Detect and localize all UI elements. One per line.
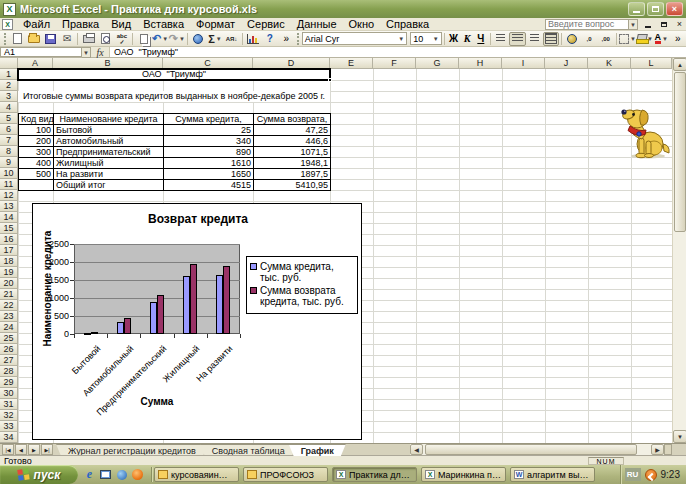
- chart-wizard-button[interactable]: [245, 32, 262, 46]
- borders-button[interactable]: ▼: [619, 32, 636, 46]
- row-header-8[interactable]: 8: [0, 146, 18, 157]
- undo-dropdown-icon[interactable]: ▼: [162, 36, 168, 42]
- menu-Данные[interactable]: Данные: [291, 18, 343, 31]
- decrease-decimal-button[interactable]: ,00: [597, 32, 614, 46]
- web-button[interactable]: [190, 32, 207, 46]
- column-header-L[interactable]: L: [631, 58, 672, 69]
- office-assistant-dog[interactable]: [620, 103, 672, 159]
- align-center-button[interactable]: [509, 32, 526, 46]
- table-cell[interactable]: 100: [19, 125, 54, 136]
- table-cell[interactable]: 446,6: [254, 136, 331, 147]
- row-header-5[interactable]: 5: [0, 113, 18, 124]
- horizontal-scroll-thumb[interactable]: [425, 444, 637, 455]
- column-header-B[interactable]: B: [53, 58, 163, 69]
- taskbar-window-Маринкина прак...[interactable]: XМаринкина прак...: [421, 467, 506, 482]
- table-cell[interactable]: 1897,5: [254, 169, 331, 180]
- row-header-14[interactable]: 14: [0, 212, 18, 223]
- row-header-22[interactable]: 22: [0, 300, 18, 311]
- table-cell[interactable]: 500: [19, 169, 54, 180]
- italic-button[interactable]: К: [460, 33, 474, 44]
- table-cell[interactable]: 1610: [164, 158, 254, 169]
- start-button[interactable]: пуск: [0, 465, 78, 484]
- table-header-cell[interactable]: Сумма возврата,: [254, 114, 331, 125]
- row-header-28[interactable]: 28: [0, 366, 18, 377]
- table-cell[interactable]: [19, 180, 54, 191]
- table-cell[interactable]: Жилищный: [54, 158, 164, 169]
- row-header-15[interactable]: 15: [0, 223, 18, 234]
- horizontal-scrollbar[interactable]: ◀ ▶: [410, 444, 672, 455]
- row-header-30[interactable]: 30: [0, 388, 18, 399]
- chart-legend[interactable]: Сумма кредита, тыс. руб.Сумма возврата к…: [246, 256, 358, 314]
- table-cell[interactable]: 340: [164, 136, 254, 147]
- row-header-23[interactable]: 23: [0, 311, 18, 322]
- save-button[interactable]: [42, 32, 59, 46]
- media-player-icon[interactable]: [131, 468, 144, 481]
- column-header-E[interactable]: E: [330, 58, 373, 69]
- language-indicator[interactable]: RU: [625, 468, 641, 481]
- font-name-select[interactable]: Arial Cyr ▼: [302, 32, 408, 45]
- menu-Вставка[interactable]: Вставка: [137, 18, 190, 31]
- table-cell[interactable]: 300: [19, 147, 54, 158]
- currency-style-button[interactable]: [564, 32, 581, 46]
- undo-button[interactable]: ↶▼: [152, 32, 169, 46]
- table-cell[interactable]: 1071,5: [254, 147, 331, 158]
- spreadsheet-grid[interactable]: ABCDEFGHIJKL 123456789101112131415161718…: [0, 58, 672, 443]
- toolbar-options-button[interactable]: »: [278, 32, 295, 46]
- row-header-10[interactable]: 10: [0, 168, 18, 179]
- table-cell[interactable]: На развити: [54, 169, 164, 180]
- taskbar-window-алгаритм выполн...[interactable]: Wалгаритм выполн...: [510, 467, 595, 482]
- column-header-K[interactable]: K: [588, 58, 631, 69]
- workbook-restore-button[interactable]: [657, 19, 670, 30]
- table-cell[interactable]: 5410,95: [254, 180, 331, 191]
- row-header-9[interactable]: 9: [0, 157, 18, 168]
- formatting-options-button[interactable]: »: [670, 32, 686, 46]
- cell-subtitle[interactable]: Итоговые суммы возврата кредитов выданны…: [18, 91, 330, 102]
- scroll-left-button[interactable]: ◀: [410, 444, 423, 455]
- copy-button[interactable]: [135, 32, 152, 46]
- row-header-4[interactable]: 4: [0, 102, 18, 113]
- table-cell[interactable]: Предпринимательский: [54, 147, 164, 158]
- ask-question-input[interactable]: [545, 19, 629, 30]
- taskbar-window-курсоваяинформ...[interactable]: курсоваяинформ...: [154, 467, 239, 482]
- name-box-dropdown-icon[interactable]: ▼: [82, 47, 91, 58]
- tab-split-handle[interactable]: [664, 444, 672, 455]
- restore-button[interactable]: [647, 2, 664, 16]
- table-header-cell[interactable]: Наименование кредита: [54, 114, 164, 125]
- minimize-button[interactable]: [628, 2, 645, 16]
- row-header-11[interactable]: 11: [0, 179, 18, 190]
- spelling-button[interactable]: abc✓: [114, 32, 131, 46]
- select-all-corner[interactable]: [0, 58, 18, 69]
- autosum-button[interactable]: Σ▼: [207, 32, 224, 46]
- font-name-dropdown-icon[interactable]: ▼: [398, 36, 404, 42]
- sheet-tab-График[interactable]: График: [289, 444, 346, 456]
- row-header-7[interactable]: 7: [0, 135, 18, 146]
- font-color-button[interactable]: А▼: [653, 32, 670, 46]
- increase-decimal-button[interactable]: ,0: [581, 32, 598, 46]
- toolbar-grip[interactable]: [4, 33, 7, 45]
- row-header-13[interactable]: 13: [0, 201, 18, 212]
- autosum-dropdown-icon[interactable]: ▼: [216, 36, 222, 42]
- first-sheet-button[interactable]: |◀: [2, 444, 14, 455]
- table-cell[interactable]: Общий итог: [54, 180, 164, 191]
- help-button[interactable]: ?: [261, 32, 278, 46]
- column-header-J[interactable]: J: [545, 58, 588, 69]
- font-size-select[interactable]: 10 ▼: [410, 32, 441, 45]
- row-header-29[interactable]: 29: [0, 377, 18, 388]
- redo-dropdown-icon[interactable]: ▼: [179, 36, 185, 42]
- table-cell[interactable]: 25: [164, 125, 254, 136]
- insert-function-button[interactable]: fx: [91, 47, 109, 57]
- row-header-24[interactable]: 24: [0, 322, 18, 333]
- row-header-26[interactable]: 26: [0, 344, 18, 355]
- row-header-21[interactable]: 21: [0, 289, 18, 300]
- menu-Формат[interactable]: Формат: [190, 18, 241, 31]
- mail-button[interactable]: ✉: [59, 32, 76, 46]
- ie-icon[interactable]: e: [83, 468, 96, 481]
- table-cell[interactable]: Бытовой: [54, 125, 164, 136]
- table-cell[interactable]: 47,25: [254, 125, 331, 136]
- menu-Вид[interactable]: Вид: [105, 18, 137, 31]
- print-preview-button[interactable]: [97, 32, 114, 46]
- column-header-H[interactable]: H: [459, 58, 502, 69]
- row-header-1[interactable]: 1: [0, 69, 18, 80]
- messenger-icon[interactable]: [115, 468, 128, 481]
- align-right-button[interactable]: [526, 32, 543, 46]
